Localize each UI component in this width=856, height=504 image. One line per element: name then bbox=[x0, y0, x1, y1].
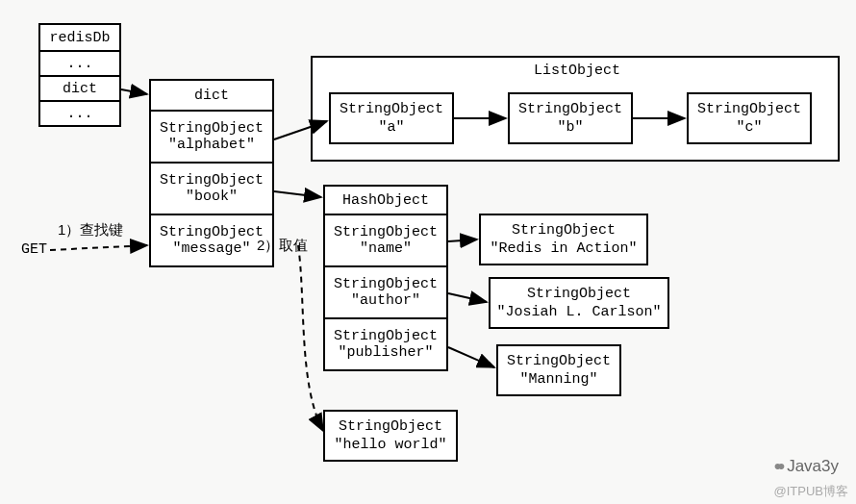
list-item-value: "c" bbox=[736, 118, 762, 138]
dict-key-alphabet: StringObject "alphabet" bbox=[149, 112, 274, 164]
listobject-title: ListObject bbox=[324, 62, 830, 83]
message-value-box: StringObject "hello world" bbox=[323, 410, 458, 462]
hash-val-josiah: StringObject "Josiah L. Carlson" bbox=[489, 277, 669, 329]
watermark-java3y: •• Java3y bbox=[774, 454, 839, 479]
list-item-type: StringObject bbox=[697, 100, 801, 119]
watermark-java3y-text: Java3y bbox=[787, 457, 839, 476]
list-item-value: "b" bbox=[557, 118, 583, 138]
redisdb-cell: ... bbox=[38, 52, 121, 77]
hash-key-value: "author" bbox=[351, 292, 420, 309]
hash-val-redis-in-action: StringObject "Redis in Action" bbox=[479, 214, 648, 265]
hash-val-manning: StringObject "Manning" bbox=[496, 344, 621, 396]
hash-val-type: StringObject bbox=[507, 352, 611, 371]
hash-key-type: StringObject bbox=[334, 276, 438, 292]
dict-key-type: StringObject bbox=[160, 120, 264, 137]
hash-key-author: StringObject "author" bbox=[323, 267, 448, 319]
hash-val-type: StringObject bbox=[512, 221, 616, 240]
watermark-itpub: @ITPUB博客 bbox=[774, 483, 848, 500]
hash-val-type: StringObject bbox=[527, 285, 631, 304]
hash-val-value: "Josiah L. Carlson" bbox=[496, 303, 661, 322]
dict-key-value: "message" bbox=[172, 240, 250, 257]
hash-key-value: "publisher" bbox=[338, 344, 433, 361]
hash-key-type: StringObject bbox=[334, 224, 438, 240]
step1-label: 1）查找键 bbox=[58, 221, 123, 239]
dict-key-value: "book" bbox=[186, 189, 238, 205]
dict-key-type: StringObject bbox=[160, 172, 264, 189]
list-item-value: "a" bbox=[378, 118, 404, 138]
svg-line-4 bbox=[274, 191, 321, 197]
list-item-a: StringObject "a" bbox=[329, 92, 454, 144]
redisdb-title: redisDb bbox=[38, 23, 121, 52]
redisdb-cell: ... bbox=[38, 102, 121, 127]
step2-label: 2）取值 bbox=[257, 237, 308, 255]
list-item-c: StringObject "c" bbox=[687, 92, 812, 144]
watermark-logo-icon: •• bbox=[774, 454, 781, 479]
dict-key-type: StringObject bbox=[160, 224, 264, 240]
dict-key-value: "alphabet" bbox=[168, 137, 255, 153]
svg-line-6 bbox=[448, 293, 487, 302]
hash-key-value: "name" bbox=[360, 240, 412, 257]
hash-key-type: StringObject bbox=[334, 328, 438, 344]
hash-val-value: "Redis in Action" bbox=[490, 239, 637, 259]
dict-key-message: StringObject "message" bbox=[149, 215, 274, 267]
svg-line-8 bbox=[50, 245, 147, 250]
get-label: GET bbox=[21, 241, 47, 258]
svg-line-5 bbox=[448, 239, 477, 241]
message-value-value: "hello world" bbox=[334, 436, 446, 455]
list-item-b: StringObject "b" bbox=[508, 92, 633, 144]
dict-title: dict bbox=[149, 79, 274, 112]
hash-key-publisher: StringObject "publisher" bbox=[323, 319, 448, 371]
svg-line-0 bbox=[121, 89, 147, 94]
redisdb-cell-dict: dict bbox=[38, 77, 121, 102]
svg-line-7 bbox=[448, 347, 494, 367]
dict-key-book: StringObject "book" bbox=[149, 164, 274, 215]
list-item-type: StringObject bbox=[518, 100, 622, 119]
list-item-type: StringObject bbox=[340, 100, 443, 119]
message-value-type: StringObject bbox=[339, 417, 442, 437]
hash-val-value: "Manning" bbox=[519, 370, 597, 390]
hashobject-title: HashObject bbox=[323, 185, 448, 215]
hash-key-name: StringObject "name" bbox=[323, 215, 448, 267]
